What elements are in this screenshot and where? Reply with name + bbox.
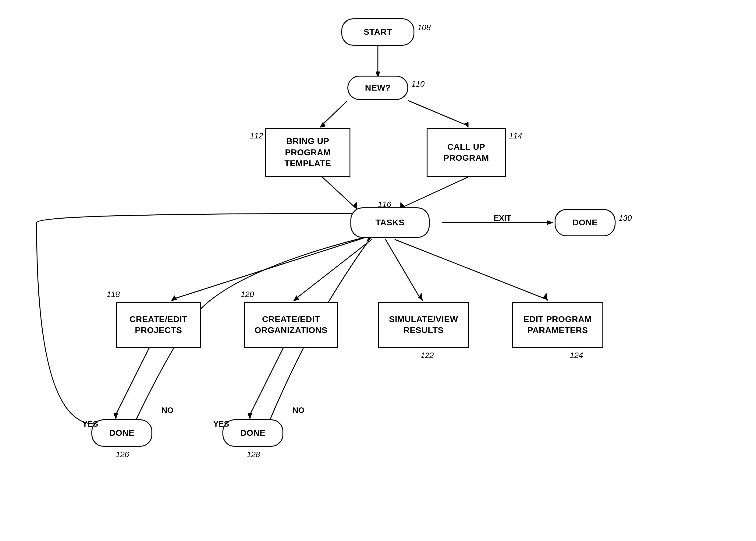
simulate-node: SIMULATE/VIEWRESULTS: [378, 302, 469, 348]
svg-line-16: [385, 240, 420, 299]
call-up-node: CALL UPPROGRAM: [426, 128, 506, 177]
done-exit-node: DONE: [555, 209, 616, 236]
create-edit-proj-ref: 118: [107, 290, 120, 299]
simulate-ref: 122: [420, 351, 434, 360]
no-label-org: NO: [293, 406, 304, 415]
svg-line-23: [250, 348, 283, 415]
svg-marker-5: [464, 122, 468, 128]
tasks-ref: 116: [378, 200, 391, 209]
svg-marker-19: [543, 293, 548, 301]
svg-marker-7: [353, 202, 357, 210]
svg-line-12: [174, 238, 364, 299]
edit-prog-ref: 124: [570, 351, 583, 360]
svg-line-4: [408, 101, 466, 125]
exit-label: EXIT: [494, 214, 511, 223]
svg-marker-15: [293, 295, 299, 301]
done-exit-ref: 130: [619, 214, 632, 223]
svg-line-8: [402, 177, 468, 208]
svg-marker-3: [320, 122, 326, 128]
start-node: START: [341, 18, 414, 46]
svg-marker-17: [418, 293, 423, 301]
svg-line-20: [116, 348, 149, 415]
svg-marker-24: [248, 413, 252, 419]
new-ref: 110: [411, 79, 424, 89]
svg-line-2: [322, 101, 348, 125]
yes-label-org: YES: [213, 419, 229, 429]
flowchart-diagram: START 108 NEW? 110 BRING UPPROGRAMTEMPLA…: [0, 0, 756, 541]
create-edit-org-ref: 120: [241, 290, 254, 299]
svg-marker-21: [114, 413, 118, 419]
call-up-ref: 114: [509, 131, 522, 141]
start-ref: 108: [417, 23, 430, 32]
create-edit-proj-node: CREATE/EDITPROJECTS: [116, 302, 201, 348]
create-edit-org-node: CREATE/EDITORGANIZATIONS: [244, 302, 338, 348]
done-org-ref: 128: [247, 450, 260, 459]
svg-marker-25: [367, 237, 371, 242]
svg-marker-13: [171, 295, 177, 301]
bring-up-node: BRING UPPROGRAMTEMPLATE: [265, 128, 351, 177]
svg-marker-11: [547, 221, 553, 225]
svg-line-6: [322, 177, 355, 208]
svg-line-14: [296, 240, 372, 299]
new-node: NEW?: [348, 76, 408, 100]
tasks-node: TASKS: [351, 208, 430, 238]
edit-prog-node: EDIT PROGRAMPARAMETERS: [512, 302, 603, 348]
done-proj-ref: 126: [116, 450, 129, 459]
done-org-node: DONE: [222, 419, 283, 447]
svg-line-18: [394, 240, 545, 299]
yes-label-proj: YES: [82, 419, 98, 429]
bring-up-ref: 112: [250, 131, 263, 141]
done-proj-node: DONE: [92, 419, 152, 447]
no-label-proj: NO: [161, 406, 173, 415]
